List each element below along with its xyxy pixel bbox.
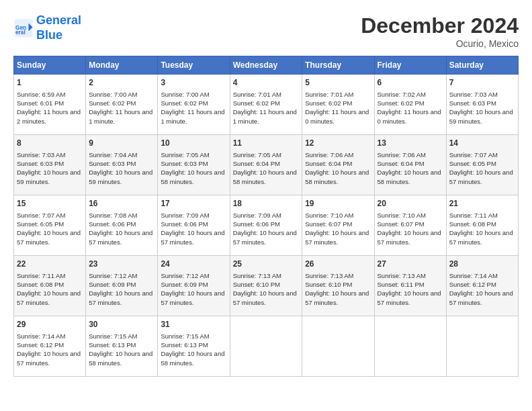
sunset-label: Sunset: 6:02 PM	[305, 99, 352, 107]
day-number: 14	[449, 138, 515, 149]
daylight-label: Daylight: 10 hours and 57 minutes.	[17, 229, 81, 245]
daylight-label: Daylight: 10 hours and 57 minutes.	[378, 229, 441, 245]
sunset-label: Sunset: 6:05 PM	[449, 160, 496, 167]
sunrise-label: Sunrise: 7:06 AM	[378, 151, 426, 158]
calendar-cell: 15 Sunrise: 7:07 AM Sunset: 6:05 PM Dayl…	[14, 195, 86, 256]
daylight-label: Daylight: 11 hours and 0 minutes.	[305, 108, 369, 124]
calendar-cell: 3 Sunrise: 7:00 AM Sunset: 6:02 PM Dayli…	[158, 75, 230, 135]
daylight-label: Daylight: 10 hours and 59 minutes.	[89, 169, 152, 185]
daylight-label: Daylight: 10 hours and 57 minutes.	[89, 289, 152, 306]
sunset-label: Sunset: 6:08 PM	[449, 220, 496, 228]
calendar-cell: 5 Sunrise: 7:01 AM Sunset: 6:02 PM Dayli…	[302, 75, 374, 135]
sunset-label: Sunset: 6:04 PM	[378, 160, 425, 167]
sunset-label: Sunset: 6:13 PM	[89, 341, 136, 349]
day-number: 1	[17, 77, 83, 89]
day-number: 20	[378, 198, 443, 210]
calendar-cell: 10 Sunrise: 7:05 AM Sunset: 6:03 PM Dayl…	[158, 135, 230, 195]
day-number: 19	[305, 198, 371, 210]
day-number: 13	[378, 138, 443, 149]
daylight-label: Daylight: 10 hours and 58 minutes.	[305, 169, 369, 185]
daylight-label: Daylight: 10 hours and 57 minutes.	[89, 229, 152, 245]
calendar-cell: 30 Sunrise: 7:15 AM Sunset: 6:13 PM Dayl…	[86, 316, 158, 377]
calendar-cell: 11 Sunrise: 7:05 AM Sunset: 6:04 PM Dayl…	[230, 135, 302, 195]
calendar-cell: 20 Sunrise: 7:10 AM Sunset: 6:07 PM Dayl…	[374, 195, 446, 256]
sunset-label: Sunset: 6:13 PM	[161, 341, 208, 349]
sunset-label: Sunset: 6:07 PM	[305, 220, 352, 228]
sunrise-label: Sunrise: 7:13 AM	[233, 272, 281, 279]
calendar-table: Sunday Monday Tuesday Wednesday Thursday…	[13, 56, 519, 377]
day-number: 25	[233, 259, 300, 270]
sunset-label: Sunset: 6:06 PM	[233, 220, 280, 228]
calendar-cell: 1 Sunrise: 6:59 AM Sunset: 6:01 PM Dayli…	[14, 75, 86, 135]
daylight-label: Daylight: 10 hours and 57 minutes.	[233, 289, 297, 306]
sunrise-label: Sunrise: 7:14 AM	[449, 272, 498, 279]
location: Ocurio, Mexico	[361, 38, 519, 49]
daylight-label: Daylight: 10 hours and 57 minutes.	[378, 289, 441, 306]
calendar-cell: 7 Sunrise: 7:03 AM Sunset: 6:03 PM Dayli…	[446, 75, 518, 135]
calendar-cell: 31 Sunrise: 7:15 AM Sunset: 6:13 PM Dayl…	[158, 316, 230, 377]
day-number: 30	[89, 319, 154, 330]
calendar-week-row: 1 Sunrise: 6:59 AM Sunset: 6:01 PM Dayli…	[14, 75, 519, 135]
daylight-label: Daylight: 11 hours and 1 minute.	[89, 108, 152, 124]
daylight-label: Daylight: 11 hours and 0 minutes.	[378, 108, 441, 124]
daylight-label: Daylight: 10 hours and 58 minutes.	[89, 350, 152, 366]
daylight-label: Daylight: 10 hours and 58 minutes.	[161, 350, 224, 366]
col-wednesday: Wednesday	[230, 56, 302, 75]
logo-text: General Blue	[36, 13, 81, 42]
day-number: 11	[233, 138, 300, 149]
day-number: 28	[449, 259, 515, 270]
col-sunday: Sunday	[14, 56, 86, 75]
month-title: December 2024	[361, 13, 519, 38]
sunset-label: Sunset: 6:08 PM	[17, 281, 64, 288]
sunset-label: Sunset: 6:09 PM	[161, 281, 208, 288]
calendar-week-row: 8 Sunrise: 7:03 AM Sunset: 6:03 PM Dayli…	[14, 135, 519, 195]
sunrise-label: Sunrise: 7:01 AM	[233, 91, 281, 98]
day-number: 31	[161, 319, 226, 330]
day-number: 26	[305, 259, 371, 270]
day-number: 6	[378, 77, 443, 89]
calendar-cell: 8 Sunrise: 7:03 AM Sunset: 6:03 PM Dayli…	[14, 135, 86, 195]
sunset-label: Sunset: 6:12 PM	[449, 281, 496, 288]
sunset-label: Sunset: 6:06 PM	[161, 220, 208, 228]
sunrise-label: Sunrise: 7:11 AM	[449, 212, 498, 219]
logo-icon: Gen eral	[13, 18, 34, 38]
daylight-label: Daylight: 10 hours and 57 minutes.	[449, 289, 513, 306]
calendar-cell	[446, 316, 518, 377]
daylight-label: Daylight: 10 hours and 59 minutes.	[449, 108, 513, 124]
daylight-label: Daylight: 10 hours and 57 minutes.	[17, 350, 81, 366]
sunset-label: Sunset: 6:03 PM	[17, 160, 64, 167]
day-number: 27	[378, 259, 443, 270]
calendar-cell: 14 Sunrise: 7:07 AM Sunset: 6:05 PM Dayl…	[446, 135, 518, 195]
col-saturday: Saturday	[446, 56, 518, 75]
calendar-cell: 24 Sunrise: 7:12 AM Sunset: 6:09 PM Dayl…	[158, 256, 230, 316]
sunrise-label: Sunrise: 7:15 AM	[161, 332, 209, 340]
sunset-label: Sunset: 6:02 PM	[161, 99, 208, 107]
sunset-label: Sunset: 6:05 PM	[17, 220, 64, 228]
calendar-header-row: Sunday Monday Tuesday Wednesday Thursday…	[14, 56, 519, 75]
sunrise-label: Sunrise: 7:14 AM	[17, 332, 65, 340]
logo-line2: Blue	[36, 28, 62, 42]
sunset-label: Sunset: 6:04 PM	[305, 160, 352, 167]
day-number: 12	[305, 138, 371, 149]
logo: Gen eral General Blue	[13, 13, 81, 42]
day-number: 4	[233, 77, 300, 89]
sunrise-label: Sunrise: 7:00 AM	[89, 91, 137, 98]
calendar-cell: 9 Sunrise: 7:04 AM Sunset: 6:03 PM Dayli…	[86, 135, 158, 195]
page-header: Gen eral General Blue December 2024 Ocur…	[13, 13, 519, 49]
sunset-label: Sunset: 6:10 PM	[233, 281, 280, 288]
day-number: 2	[89, 77, 154, 89]
col-friday: Friday	[374, 56, 446, 75]
sunrise-label: Sunrise: 7:12 AM	[161, 272, 209, 279]
sunset-label: Sunset: 6:07 PM	[378, 220, 425, 228]
day-number: 29	[17, 319, 83, 330]
calendar-cell: 6 Sunrise: 7:02 AM Sunset: 6:02 PM Dayli…	[374, 75, 446, 135]
calendar-cell: 26 Sunrise: 7:13 AM Sunset: 6:10 PM Dayl…	[302, 256, 374, 316]
day-number: 15	[17, 198, 83, 210]
day-number: 17	[161, 198, 226, 210]
sunset-label: Sunset: 6:01 PM	[17, 99, 64, 107]
calendar-cell: 18 Sunrise: 7:09 AM Sunset: 6:06 PM Dayl…	[230, 195, 302, 256]
daylight-label: Daylight: 10 hours and 57 minutes.	[161, 289, 224, 306]
calendar-week-row: 29 Sunrise: 7:14 AM Sunset: 6:12 PM Dayl…	[14, 316, 519, 377]
daylight-label: Daylight: 10 hours and 57 minutes.	[449, 229, 513, 245]
daylight-label: Daylight: 10 hours and 57 minutes.	[449, 169, 513, 185]
